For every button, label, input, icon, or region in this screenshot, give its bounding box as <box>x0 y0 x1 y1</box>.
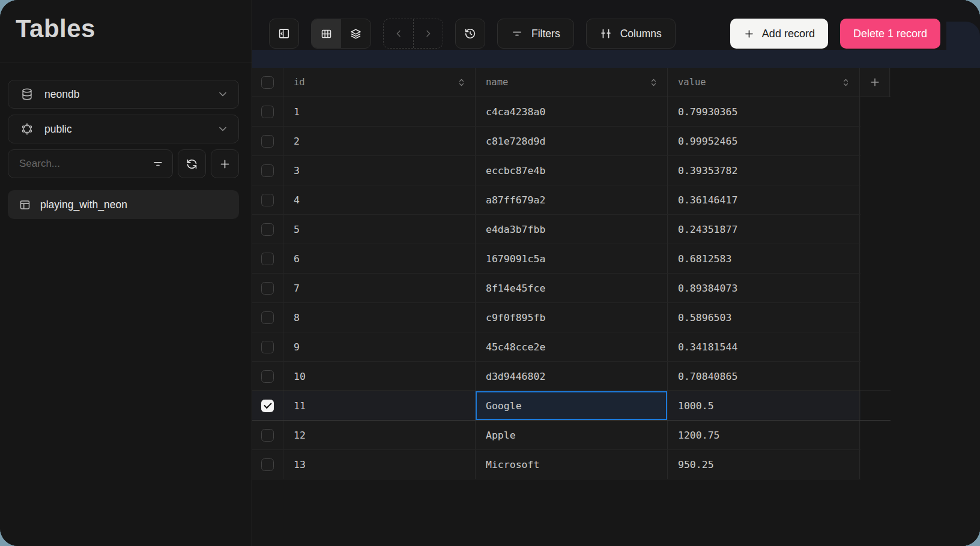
refresh-button[interactable] <box>178 149 206 178</box>
row-checkbox[interactable] <box>261 253 274 265</box>
cell-id[interactable]: 11 <box>283 391 476 420</box>
column-header-name[interactable]: name <box>476 68 668 97</box>
cell-name[interactable]: eccbc87e4b <box>476 156 668 185</box>
row-checkbox[interactable] <box>261 311 274 324</box>
sort-icon[interactable] <box>649 77 659 88</box>
row-checkbox[interactable] <box>261 282 274 295</box>
cell-value[interactable]: 0.34181544 <box>668 332 860 361</box>
cell-name[interactable]: e4da3b7fbb <box>476 215 668 244</box>
table-row[interactable]: 2 c81e728d9d 0.99952465 <box>252 127 861 156</box>
view-switcher <box>311 19 371 49</box>
table-row[interactable]: 5 e4da3b7fbb 0.24351877 <box>252 215 861 244</box>
row-checkbox[interactable] <box>261 429 274 442</box>
database-select[interactable]: neondb <box>8 80 239 109</box>
table-row[interactable]: 12 Apple 1200.75 <box>252 421 861 450</box>
table-row[interactable]: 4 a87ff679a2 0.36146417 <box>252 185 861 215</box>
cell-name[interactable]: Microsoft <box>476 450 668 479</box>
cell-value[interactable]: 0.6812583 <box>668 244 860 273</box>
select-all-cell <box>252 68 283 97</box>
table-row[interactable]: 1 c4ca4238a0 0.79930365 <box>252 97 861 127</box>
cell-name[interactable]: c9f0f895fb <box>476 303 668 332</box>
filters-button[interactable]: Filters <box>497 19 574 49</box>
row-checkbox-cell <box>252 421 283 449</box>
cell-value[interactable]: 0.39353782 <box>668 156 860 185</box>
cell-value[interactable]: 0.24351877 <box>668 215 860 244</box>
add-column-button[interactable] <box>860 68 890 97</box>
cell-value[interactable]: 950.25 <box>668 450 860 479</box>
cell-value[interactable]: 1200.75 <box>668 421 860 449</box>
cell-name[interactable]: 1679091c5a <box>476 244 668 273</box>
cell-value[interactable]: 0.70840865 <box>668 362 860 391</box>
table-row[interactable]: 7 8f14e45fce 0.89384073 <box>252 274 861 303</box>
cell-name[interactable]: c4ca4238a0 <box>476 97 668 126</box>
next-page-button[interactable] <box>413 19 443 48</box>
table-row[interactable]: 9 45c48cce2e 0.34181544 <box>252 332 861 362</box>
schema-select-value: public <box>44 123 217 136</box>
collapse-sidebar-button[interactable] <box>269 19 299 49</box>
row-checkbox-cell <box>252 97 283 126</box>
prev-page-button[interactable] <box>384 19 413 48</box>
filters-label: Filters <box>531 28 560 40</box>
cell-id[interactable]: 13 <box>283 450 476 479</box>
cell-id[interactable]: 12 <box>283 421 476 449</box>
table-view-button[interactable] <box>312 19 341 48</box>
sort-icon[interactable] <box>456 77 467 88</box>
add-record-button[interactable]: Add record <box>730 19 828 49</box>
row-checkbox[interactable] <box>261 341 274 353</box>
sidebar-item-playing_with_neon[interactable]: playing_with_neon <box>8 190 239 219</box>
row-checkbox[interactable] <box>261 223 274 236</box>
cell-name[interactable]: c81e728d9d <box>476 127 668 155</box>
cell-value[interactable]: 0.99952465 <box>668 127 860 155</box>
cell-value[interactable]: 1000.5 <box>668 391 860 420</box>
cell-value[interactable]: 0.36146417 <box>668 185 860 214</box>
table-row[interactable]: 8 c9f0f895fb 0.5896503 <box>252 303 861 332</box>
columns-button[interactable]: Columns <box>586 19 676 49</box>
cell-id[interactable]: 2 <box>283 127 476 155</box>
layers-view-button[interactable] <box>341 19 371 48</box>
cell-id[interactable]: 6 <box>283 244 476 273</box>
cell-value[interactable]: 0.5896503 <box>668 303 860 332</box>
row-checkbox[interactable] <box>261 458 274 471</box>
cell-id[interactable]: 9 <box>283 332 476 361</box>
table-row[interactable]: 3 eccbc87e4b 0.39353782 <box>252 156 861 185</box>
table-row[interactable]: 11 Google 1000.5 <box>252 391 861 421</box>
row-checkbox[interactable] <box>261 400 274 412</box>
column-header-value[interactable]: value <box>668 68 860 97</box>
cell-id[interactable]: 4 <box>283 185 476 214</box>
cell-name[interactable]: Apple <box>476 421 668 449</box>
cell-value[interactable]: 0.79930365 <box>668 97 860 126</box>
cell-value[interactable]: 0.89384073 <box>668 274 860 302</box>
schema-select[interactable]: public <box>8 115 239 143</box>
cell-name[interactable]: 8f14e45fce <box>476 274 668 302</box>
cell-id[interactable]: 1 <box>283 97 476 126</box>
cell-name[interactable]: 45c48cce2e <box>476 332 668 361</box>
cell-id[interactable]: 8 <box>283 303 476 332</box>
row-checkbox[interactable] <box>261 370 274 383</box>
delete-record-button[interactable]: Delete 1 record <box>840 19 940 49</box>
row-checkbox[interactable] <box>261 135 274 148</box>
cell-id[interactable]: 3 <box>283 156 476 185</box>
row-checkbox[interactable] <box>261 106 274 118</box>
row-checkbox[interactable] <box>261 164 274 177</box>
table-row[interactable]: 6 1679091c5a 0.6812583 <box>252 244 861 274</box>
history-button[interactable] <box>455 19 485 49</box>
search-input[interactable] <box>19 158 152 170</box>
table-header-strip <box>252 50 980 68</box>
cell-name[interactable]: Google <box>476 391 668 420</box>
table-row[interactable]: 10 d3d9446802 0.70840865 <box>252 362 861 391</box>
table-row[interactable]: 13 Microsoft 950.25 <box>252 450 861 479</box>
select-all-checkbox[interactable] <box>261 76 274 89</box>
add-record-label: Add record <box>762 28 815 40</box>
sort-icon[interactable] <box>841 77 851 88</box>
row-checkbox-cell <box>252 332 283 361</box>
column-header-id[interactable]: id <box>283 68 476 97</box>
cell-name[interactable]: a87ff679a2 <box>476 185 668 214</box>
row-checkbox[interactable] <box>261 194 274 206</box>
cell-id[interactable]: 7 <box>283 274 476 302</box>
cell-id[interactable]: 5 <box>283 215 476 244</box>
filter-icon[interactable] <box>152 158 164 170</box>
cell-id[interactable]: 10 <box>283 362 476 391</box>
database-select-value: neondb <box>44 88 217 101</box>
cell-name[interactable]: d3d9446802 <box>476 362 668 391</box>
add-table-button[interactable] <box>211 149 239 178</box>
